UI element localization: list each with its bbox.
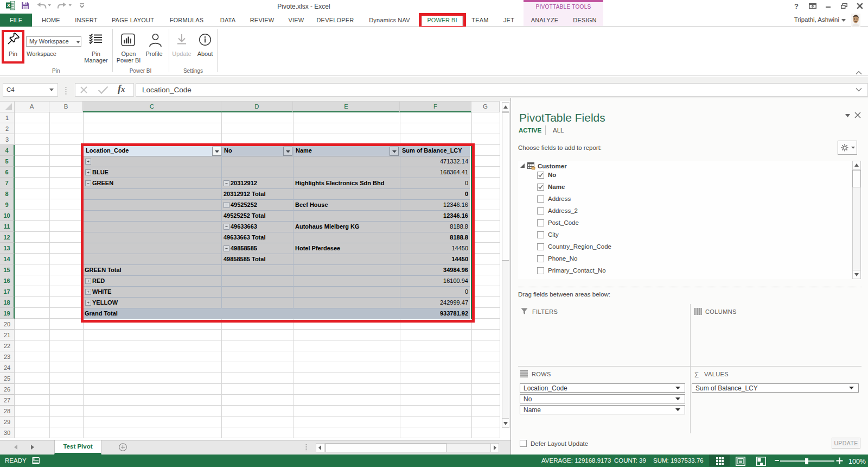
svg-text:X: X [7,2,11,8]
